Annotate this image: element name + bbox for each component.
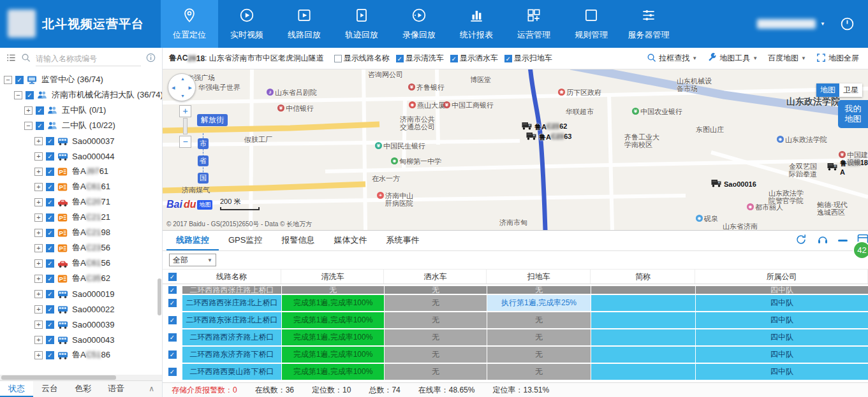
tree-checkbox[interactable]: ✓: [46, 137, 54, 145]
tree-node[interactable]: +✓P鲁AC3562: [0, 271, 162, 286]
map-tool-3[interactable]: 百度地图▼: [768, 53, 806, 64]
map-canvas[interactable]: ▲ ▼ ◀ ▶ + − 解放街 市省国 济南煤气 地图卫星 我的地图 200 米…: [163, 69, 868, 230]
pan-up-arrow[interactable]: ▲: [180, 76, 185, 81]
tree-node[interactable]: −✓济南市机械化清扫大队 (36/74): [0, 87, 162, 103]
tree-node[interactable]: +✓P鲁AC2356: [0, 240, 162, 256]
toggle-checkbox[interactable]: ✓: [504, 55, 512, 62]
tree-checkbox[interactable]: ✓: [46, 213, 54, 222]
tree-node[interactable]: +✓Sao000039: [0, 317, 162, 332]
sidebar-tab-4[interactable]: 语音: [99, 381, 133, 397]
tree-expander[interactable]: +: [34, 183, 43, 191]
row-checkbox[interactable]: ✓: [168, 316, 177, 324]
nav-item-7[interactable]: 运营管理: [505, 0, 563, 48]
map-toggle-2[interactable]: ✓显示清洗车: [396, 53, 444, 64]
tree-node[interactable]: +✓鲁AC6156: [0, 256, 162, 271]
map-toggle-3[interactable]: ✓显示洒水车: [450, 53, 498, 64]
nav-item-3[interactable]: 线路回放: [276, 0, 333, 48]
vehicle-marker[interactable]: 鲁AC2918: [827, 159, 868, 176]
table-row[interactable]: ✓二环西路东张庄路北上桥口完成第1遍,完成率100%无无四中队: [163, 312, 868, 328]
nav-item-5[interactable]: 录像回放: [390, 0, 448, 48]
refresh-icon[interactable]: [795, 233, 807, 248]
map-type-2[interactable]: 卫星: [839, 83, 862, 97]
map-tool-4[interactable]: 地图全屏: [816, 53, 859, 64]
tree-node[interactable]: +✓P鲁AJ9761: [0, 164, 162, 179]
tree-vscrollbar[interactable]: [158, 278, 161, 315]
vehicle-marker[interactable]: Sao00016: [711, 179, 756, 189]
tree-node[interactable]: +✓Sao000037: [0, 133, 162, 148]
tree-checkbox[interactable]: ✓: [15, 76, 24, 84]
collapse-sidebar-icon[interactable]: ∧: [149, 381, 162, 397]
table-row[interactable]: ✓二环西路西济齐路上桥口完成第1遍,完成率100%无无四中队: [163, 329, 868, 345]
tree-checkbox[interactable]: ✓: [36, 106, 44, 115]
tree-checkbox[interactable]: ✓: [46, 259, 54, 268]
tree-expander[interactable]: +: [34, 152, 43, 161]
tree-expander[interactable]: +: [34, 321, 43, 329]
tree-checkbox[interactable]: ✓: [46, 198, 54, 206]
tree-node[interactable]: −✓二中队 (10/22): [0, 118, 162, 133]
tree-checkbox[interactable]: ✓: [46, 290, 54, 298]
tree-checkbox[interactable]: ✓: [46, 305, 54, 314]
row-checkbox[interactable]: ✓: [168, 350, 177, 359]
map-tool-2[interactable]: 地图工具▼: [707, 53, 758, 64]
tree-expander[interactable]: +: [34, 336, 43, 344]
panel-tab-5[interactable]: 系统事件: [376, 231, 429, 250]
tree-expander[interactable]: +: [34, 137, 43, 145]
tree-node[interactable]: +✓鲁AC2071: [0, 194, 162, 210]
tree-node[interactable]: +✓Sao000022: [0, 301, 162, 317]
tree-checkbox[interactable]: ✓: [46, 183, 54, 191]
tree-expander[interactable]: +: [34, 259, 43, 268]
tree-checkbox[interactable]: ✓: [46, 244, 54, 252]
nav-item-9[interactable]: 服务器管理: [620, 0, 677, 48]
zoom-out-button[interactable]: −: [179, 136, 191, 148]
tree-expander[interactable]: +: [34, 198, 43, 206]
tree-node[interactable]: −✓监管中心 (36/74): [0, 72, 162, 87]
nav-item-6[interactable]: 统计报表: [448, 0, 505, 48]
map-tool-1[interactable]: 拉框查找▼: [647, 53, 697, 64]
tree-expander[interactable]: −: [4, 76, 12, 84]
tree-checkbox[interactable]: ✓: [46, 152, 54, 161]
toggle-checkbox[interactable]: ✓: [396, 55, 404, 62]
list-icon[interactable]: [6, 53, 16, 64]
tree-checkbox[interactable]: ✓: [46, 275, 54, 283]
tree-checkbox[interactable]: ✓: [46, 168, 54, 176]
vehicle-marker[interactable]: 鲁AC2363: [526, 132, 571, 142]
nav-item-4[interactable]: 轨迹回放: [333, 0, 390, 48]
tree-checkbox[interactable]: ✓: [26, 91, 34, 99]
map-toggle-1[interactable]: 显示线路名称: [334, 53, 390, 64]
tree-node[interactable]: +✓Sao000043: [0, 332, 162, 347]
tree-checkbox[interactable]: ✓: [46, 351, 54, 359]
tree-checkbox[interactable]: ✓: [46, 321, 54, 329]
panel-tab-2[interactable]: GPS监控: [219, 231, 272, 250]
row-checkbox[interactable]: ✓: [168, 286, 177, 294]
table-row[interactable]: ✓二环西路东济齐路下桥口完成第1遍,完成率100%无无四中队: [163, 347, 868, 363]
tree-node[interactable]: +✓五中队 (0/1): [0, 103, 162, 118]
tree-checkbox[interactable]: ✓: [46, 336, 54, 344]
tree-expander[interactable]: −: [24, 122, 33, 130]
search-input[interactable]: [36, 51, 141, 66]
tree-expander[interactable]: +: [34, 213, 43, 222]
panel-tab-3[interactable]: 报警信息: [272, 231, 324, 250]
row-checkbox[interactable]: ✓: [168, 368, 177, 376]
tree-node[interactable]: +✓P鲁AC6161: [0, 179, 162, 194]
table-row[interactable]: ✓二环西路西张庄路上桥口无无无四中队: [163, 286, 868, 294]
user-menu[interactable]: ▼: [757, 19, 825, 29]
logout-button[interactable]: [839, 16, 855, 32]
vehicle-marker[interactable]: 鲁AC2362: [522, 122, 567, 132]
pan-left-arrow[interactable]: ◀: [172, 85, 175, 90]
row-checkbox[interactable]: ✓: [168, 299, 177, 307]
table-row[interactable]: ✓二环西路西粟山路下桥口完成第1遍,完成率100%无无四中队: [163, 364, 868, 380]
tree-hscrollbar-thumb[interactable]: [1, 375, 116, 380]
map-toggle-4[interactable]: ✓显示扫地车: [504, 53, 552, 64]
tree-expander[interactable]: +: [34, 229, 43, 237]
tree-node[interactable]: +✓鲁AC5186: [0, 347, 162, 363]
route-filter-select[interactable]: 全部 ▼: [169, 254, 216, 266]
map-type-1[interactable]: 地图: [816, 83, 839, 97]
map-pan-control[interactable]: ▲ ▼ ◀ ▶: [168, 73, 196, 101]
pan-right-arrow[interactable]: ▶: [189, 85, 192, 90]
sidebar-tab-3[interactable]: 色彩: [66, 381, 99, 397]
tree-expander[interactable]: −: [14, 91, 22, 99]
nav-item-1[interactable]: 位置定位: [161, 0, 218, 48]
sidebar-tab-1[interactable]: 状态: [0, 381, 33, 397]
zoom-in-button[interactable]: +: [179, 105, 191, 117]
tree-expander[interactable]: +: [34, 351, 43, 359]
